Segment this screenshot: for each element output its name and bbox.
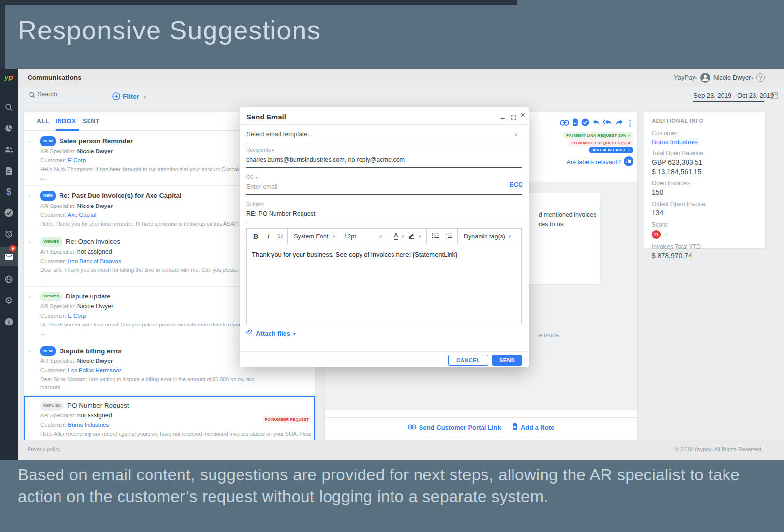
user-caret-icon[interactable]: ▾ [751,76,754,81]
customer-link[interactable]: Axe Capital [68,212,97,218]
help-icon[interactable]: ? [756,73,765,82]
calendar-icon[interactable] [770,91,779,102]
attach-files-button[interactable]: Attach files [256,330,290,337]
sidebar-customers-icon[interactable] [0,140,18,159]
underline-button[interactable]: U [274,233,287,240]
portal-link-icon[interactable] [560,119,569,128]
expand-arrow-icon[interactable]: ↓ [28,291,31,299]
recipients-caret-icon[interactable]: ▾ [272,148,274,153]
bullet-list-icon[interactable] [427,233,442,240]
customer-link[interactable]: Iron Bank of Braavos [68,258,121,264]
expand-arrow-icon[interactable]: ↓ [28,136,31,144]
cancel-button[interactable]: CANCEL [448,355,488,366]
tab-sent[interactable]: SENT [83,118,100,125]
font-chevron-icon[interactable]: ∨ [332,233,336,239]
email-row-selected[interactable]: ↓ REPLIEDPO Number Request AR Specialist… [24,396,315,440]
tab-inbox[interactable]: INBOX [56,118,76,125]
org-switcher[interactable]: YayPay [674,74,695,81]
sidebar-info-icon[interactable] [0,312,18,331]
expand-arrow-icon[interactable]: ↓ [28,236,31,244]
thumbs-up-icon[interactable] [624,156,633,168]
highlight-chevron-icon[interactable]: ∨ [415,233,426,239]
cc-input[interactable]: Enter email [246,183,277,190]
sidebar-reminders-icon[interactable] [0,224,18,244]
add-new-label-button[interactable]: ADD NEW LABEL + [589,147,633,153]
avatar[interactable] [700,73,710,85]
email-subject[interactable]: Re: Past Due Invoice(s) for Axe Capital [59,192,181,199]
sidebar-portal-icon[interactable] [0,269,18,289]
cc-caret-icon[interactable]: ▾ [255,175,258,180]
note-icon[interactable] [572,118,578,128]
subject-input[interactable]: RE: PO Number Request [246,210,315,217]
sidebar-tasks-icon[interactable] [0,203,18,223]
sidebar-search-icon[interactable] [0,97,18,117]
font-size-select[interactable]: 12pt [336,233,360,240]
italic-button[interactable]: I [263,233,274,240]
score-label: Score: [652,221,758,228]
expand-arrow-icon[interactable]: ↓ [28,400,31,408]
dynamic-tags-chevron-icon[interactable]: ∨ [508,233,512,239]
filter-icon[interactable] [112,92,120,102]
privacy-policy-link[interactable]: Privacy policy [28,446,60,452]
font-family-select[interactable]: System Font [288,233,332,240]
sidebar-communications-icon[interactable]: 9 [0,247,18,266]
sidebar-dashboard-icon[interactable] [0,118,18,138]
customer-link[interactable]: Los Pollos Hermanos [68,367,121,373]
forward-icon[interactable] [615,119,623,128]
yaypay-logo[interactable]: yp [0,73,18,81]
email-body-text[interactable]: Thank you for your business. See copy of… [252,251,457,258]
labels-relevant-link[interactable]: Are labels relevant? [567,159,621,166]
send-button[interactable]: SEND [492,355,522,366]
customer-link[interactable]: E Corp [68,157,86,163]
template-chevron-icon[interactable]: ∨ [514,131,518,138]
mark-done-icon[interactable] [581,118,589,128]
specialist-label: AR Specialist: [40,413,76,418]
user-menu[interactable]: Nicole Dwyer [713,74,751,81]
more-menu-icon[interactable]: ⋮ [626,119,633,128]
email-subject[interactable]: Re: Open invoices [66,238,120,245]
app-sidebar: yp $ 9 ⚙ [0,69,18,460]
tab-all[interactable]: ALL [37,118,49,125]
sidebar-payments-icon[interactable]: $ [0,182,18,202]
bold-button[interactable]: B [247,233,263,240]
dynamic-tags-select[interactable]: Dynamic tag(s) [458,233,508,240]
label-payment-link-request[interactable]: PAYMENT LINK REQUEST 80% × [563,132,633,139]
maximize-icon[interactable] [511,114,516,122]
remove-label-icon[interactable]: × [628,141,630,145]
expand-arrow-icon[interactable]: ↓ [28,346,31,354]
highlight-button[interactable] [408,232,415,241]
close-icon[interactable]: × [520,110,525,120]
add-note-button[interactable]: Add a Note [512,423,555,432]
attach-caret-icon[interactable]: ▾ [293,331,296,336]
label-po-number-request[interactable]: PO NUMBER REQUEST 61% × [568,139,633,146]
filter-caret-icon[interactable]: ▾ [144,95,146,100]
email-subject[interactable]: PO Number Request [67,402,129,409]
filter-button[interactable]: Filter [123,93,139,100]
text-color-button[interactable]: A [394,233,398,240]
remove-label-icon[interactable]: × [628,133,630,138]
size-chevron-icon[interactable]: ∨ [360,233,389,239]
numbered-list-icon[interactable] [442,233,457,240]
reply-icon[interactable] [592,119,600,128]
template-select[interactable]: Select email template... [246,130,313,138]
note-icon [512,423,518,432]
minimize-icon[interactable]: _ [501,111,505,119]
color-chevron-icon[interactable]: ∨ [398,233,408,239]
email-subject[interactable]: Dispute billing error [59,347,122,355]
org-caret-icon[interactable]: ▾ [695,76,697,81]
customer-link[interactable]: Burns Industries [652,138,758,146]
customer-link[interactable]: Burns Industries [68,422,109,428]
bcc-button[interactable]: BCC [510,181,523,188]
date-range-picker[interactable]: Sep 23, 2019 - Oct 23, 2019 [694,92,774,99]
expand-arrow-icon[interactable]: ↓ [28,190,31,198]
email-subject[interactable]: Dispute update [66,293,111,300]
sidebar-invoices-icon[interactable] [0,161,18,180]
sidebar-settings-icon[interactable]: ⚙ [0,291,18,310]
email-body-editor[interactable]: Thank you for your business. See copy of… [246,244,522,324]
recipients-input[interactable]: charles.burns@burnsindustries.com, no-re… [246,156,405,163]
customer-link[interactable]: E Corp [68,313,86,319]
email-subject[interactable]: Sales person Reminder [59,137,133,145]
search-input[interactable] [37,91,100,98]
send-portal-link-button[interactable]: Send Customer Portal Link [408,424,501,431]
reply-all-icon[interactable] [603,119,612,128]
